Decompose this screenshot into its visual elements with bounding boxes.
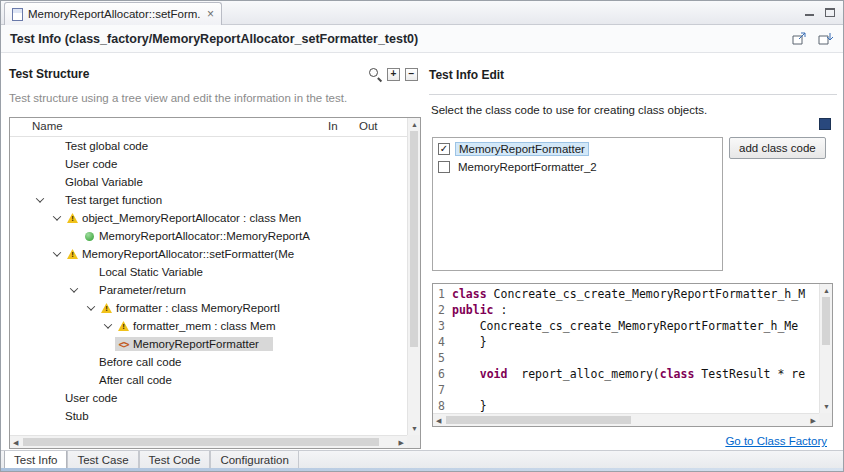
scroll-thumb[interactable] — [410, 131, 418, 347]
code-text: } — [449, 335, 487, 351]
tree-row[interactable]: Before call code — [10, 353, 407, 371]
class-option-label[interactable]: MemoryReportFormatter_2 — [455, 161, 600, 173]
tree-row[interactable]: formatter : class MemoryReportI — [10, 299, 407, 317]
editor-tab[interactable]: MemoryReportAllocator::setForm... × — [4, 2, 222, 25]
code-line: 4 } — [433, 335, 819, 351]
tree-row-content: formatter_mem : class Mem — [115, 319, 278, 333]
tree-row-content: Local Static Variable — [81, 265, 205, 279]
scroll-thumb[interactable] — [446, 416, 631, 424]
tree-row[interactable]: Stub — [10, 407, 407, 425]
scroll-down-icon[interactable]: ▼ — [411, 425, 418, 432]
tree-vertical-scrollbar[interactable]: ▲ ▼ — [407, 118, 420, 435]
column-header-name[interactable]: Name — [32, 120, 63, 132]
app-window: MemoryReportAllocator::setForm... × Test… — [0, 0, 844, 472]
search-icon[interactable] — [368, 67, 382, 81]
tree-row[interactable]: Global Variable — [10, 173, 407, 191]
class-option-row[interactable]: ✓MemoryReportFormatter — [433, 140, 722, 158]
code-line: 2public : — [433, 303, 819, 319]
test-structure-description: Test structure using a tree view and edi… — [9, 92, 421, 104]
class-option-label[interactable]: MemoryReportFormatter — [455, 142, 589, 156]
checkbox[interactable] — [438, 161, 450, 173]
code-vertical-scrollbar[interactable]: ▲ ▼ — [819, 284, 832, 413]
scrollbar-corner — [819, 413, 832, 426]
tree-row[interactable]: Parameter/return — [10, 281, 407, 299]
section-square-icon — [819, 118, 831, 130]
column-header-in[interactable]: In — [328, 120, 338, 132]
tree-row[interactable]: After call code — [10, 371, 407, 389]
tree-row[interactable]: Local Static Variable — [10, 263, 407, 281]
tree-row[interactable]: MemoryReportAllocator::setFormatter(Me — [10, 245, 407, 263]
test-structure-tree: Name In Out Test global codeUser codeGlo… — [9, 117, 421, 449]
tree-row-label: Test global code — [65, 140, 148, 152]
scroll-thumb[interactable] — [23, 438, 379, 446]
collapse-all-icon[interactable] — [405, 68, 418, 81]
line-number: 8 — [433, 399, 449, 413]
tree-row[interactable]: User code — [10, 155, 407, 173]
tree-row[interactable]: User code — [10, 389, 407, 407]
tree-row[interactable]: <>MemoryReportFormatter — [10, 335, 407, 353]
tree-body: Test global codeUser codeGlobal Variable… — [10, 137, 407, 435]
warning-icon — [100, 303, 113, 313]
tree-row-label: object_MemoryReportAllocator : class Men — [82, 212, 301, 224]
tree-row[interactable]: Test global code — [10, 137, 407, 155]
scroll-up-icon[interactable]: ▲ — [411, 121, 418, 128]
scroll-up-icon[interactable]: ▲ — [823, 287, 830, 294]
class-option-row[interactable]: MemoryReportFormatter_2 — [433, 158, 722, 176]
tree-row-content: Parameter/return — [81, 283, 188, 297]
class-code-preview: 1class Concreate_cs_create_MemoryReportF… — [432, 283, 833, 427]
tree-row-content: Test target function — [47, 193, 164, 207]
tree-row[interactable]: formatter_mem : class Mem — [10, 317, 407, 335]
code-text: public : — [449, 303, 507, 319]
view-tab-bar: Test InfoTest CaseTest CodeConfiguration — [1, 450, 843, 470]
collapse-chevron-icon[interactable] — [50, 215, 64, 221]
code-text — [449, 351, 452, 367]
warning-icon — [117, 321, 130, 331]
maximize-button[interactable] — [825, 8, 835, 17]
scroll-right-icon[interactable]: ▶ — [811, 417, 816, 424]
scroll-left-icon[interactable]: ◀ — [13, 439, 18, 446]
code-horizontal-scrollbar[interactable]: ◀ ▶ — [433, 413, 819, 426]
line-number: 7 — [433, 383, 449, 399]
code-text — [449, 383, 452, 399]
tree-row-content: After call code — [81, 373, 174, 387]
collapse-chevron-icon[interactable] — [67, 287, 81, 293]
tree-row[interactable]: object_MemoryReportAllocator : class Men — [10, 209, 407, 227]
code-line: 7 — [433, 383, 819, 399]
go-to-class-factory-link[interactable]: Go to Class Factory — [725, 435, 827, 447]
collapse-chevron-icon[interactable] — [101, 323, 115, 329]
collapse-chevron-icon[interactable] — [33, 197, 47, 203]
status-strip — [1, 468, 843, 471]
tree-row[interactable]: MemoryReportAllocator::MemoryReportA — [10, 227, 407, 245]
tree-row-content: User code — [47, 391, 119, 405]
form-header: Test Info (class_factory/MemoryReportAll… — [1, 25, 843, 53]
column-header-out[interactable]: Out — [359, 120, 378, 132]
code-text: void report_alloc_memory(class TestResul… — [449, 367, 805, 383]
test-structure-panel: Test Structure Test structure using a tr… — [9, 65, 421, 449]
scroll-thumb[interactable] — [822, 297, 830, 345]
collapse-chevron-icon[interactable] — [84, 305, 98, 311]
line-number: 2 — [433, 303, 449, 319]
tree-row-content: formatter : class MemoryReportI — [98, 301, 282, 315]
close-icon[interactable]: × — [207, 8, 214, 20]
export-icon[interactable] — [791, 31, 808, 46]
scroll-left-icon[interactable]: ◀ — [436, 417, 441, 424]
minimize-button[interactable] — [805, 8, 815, 17]
tree-row-label: formatter : class MemoryReportI — [116, 302, 280, 314]
editor-tab-title: MemoryReportAllocator::setForm... — [28, 8, 200, 20]
expand-all-icon[interactable] — [387, 68, 400, 81]
scrollbar-corner — [407, 435, 420, 448]
tree-row-label: After call code — [99, 374, 172, 386]
add-class-code-button[interactable]: add class code — [729, 137, 826, 159]
tree-horizontal-scrollbar[interactable]: ◀ ▶ — [10, 435, 407, 448]
scroll-right-icon[interactable]: ▶ — [399, 439, 404, 446]
scroll-down-icon[interactable]: ▼ — [823, 403, 830, 410]
tree-row-content: MemoryReportAllocator::setFormatter(Me — [64, 247, 296, 261]
window-buttons — [805, 8, 835, 17]
collapse-chevron-icon[interactable] — [50, 251, 64, 257]
tree-row-label: MemoryReportAllocator::MemoryReportA — [99, 230, 310, 242]
checkbox[interactable]: ✓ — [438, 143, 450, 155]
tree-row-content: <>MemoryReportFormatter — [115, 337, 273, 351]
tree-row[interactable]: Test target function — [10, 191, 407, 209]
test-info-edit-title: Test Info Edit — [429, 68, 504, 82]
import-icon[interactable] — [817, 31, 834, 46]
